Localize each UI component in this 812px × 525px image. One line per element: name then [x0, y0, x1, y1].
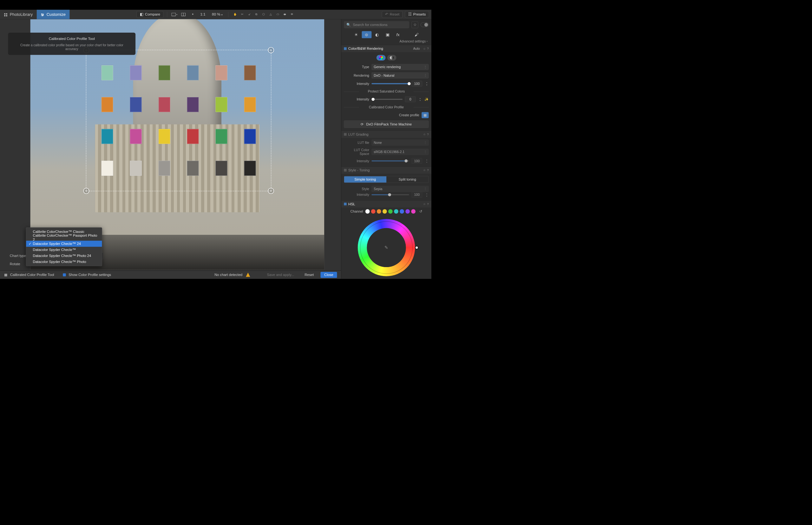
pill-color[interactable]: [377, 55, 386, 61]
split-toning-button[interactable]: Split toning: [386, 176, 429, 182]
section-toggle[interactable]: [344, 169, 347, 172]
style-dropdown[interactable]: Sepia: [372, 186, 429, 192]
tab-photolibrary[interactable]: PhotoLibrary: [0, 10, 37, 19]
rendering-dropdown[interactable]: DxO - Natural: [372, 72, 429, 78]
color-patch: [130, 161, 142, 176]
tab-detail-icon[interactable]: ◐: [372, 31, 382, 38]
tab-local-icon[interactable]: 🖌: [412, 31, 422, 38]
view-single-icon[interactable]: ▾: [171, 11, 178, 18]
show-settings-checkbox[interactable]: [63, 273, 66, 276]
wand-icon[interactable]: ✨: [424, 97, 429, 101]
presets-icon: ☷: [408, 12, 412, 17]
style-intensity-value[interactable]: 100: [411, 192, 422, 198]
channel-dot[interactable]: [365, 209, 370, 213]
chart-type-label: Chart type: [10, 254, 26, 258]
channel-dot[interactable]: [382, 209, 387, 213]
channel-dot[interactable]: [394, 209, 398, 213]
subhead-protect: Protect Saturated Colors: [344, 89, 429, 94]
star-icon[interactable]: ☆: [423, 168, 426, 172]
menu-item-selected[interactable]: Datacolor Spyder Checkr™ 24: [26, 241, 102, 247]
favorite-button[interactable]: ☆: [411, 21, 418, 28]
compare-button[interactable]: ◧ Compare: [136, 11, 163, 18]
retouch-tool-icon[interactable]: ⬬: [282, 11, 288, 17]
pill-bw[interactable]: [387, 55, 396, 61]
close-tool-button[interactable]: Close: [321, 272, 337, 278]
menu-item[interactable]: Calibrite ColorChecker™ Passport Photo 2: [26, 235, 102, 241]
reset-icon[interactable]: ↺: [419, 209, 422, 213]
section-toggle[interactable]: [344, 47, 347, 50]
channel-dot[interactable]: [411, 209, 416, 213]
save-apply-button[interactable]: Save and apply...: [263, 272, 298, 278]
preview-tool-icon[interactable]: 👁: [289, 11, 295, 17]
horizon-tool-icon[interactable]: ⧉: [253, 11, 259, 17]
keystone-tool-icon[interactable]: △: [267, 11, 273, 17]
grid-icon: [4, 13, 8, 16]
hand-tool-icon[interactable]: ✋: [232, 11, 238, 17]
zoom-ratio[interactable]: 1:1: [198, 12, 207, 17]
eyedropper-icon[interactable]: ✎: [385, 245, 388, 250]
protect-intensity-slider[interactable]: [372, 99, 403, 100]
reset-tool-button[interactable]: Reset: [301, 272, 318, 278]
protect-intensity-value[interactable]: 0: [405, 96, 416, 102]
section-toggle[interactable]: [344, 133, 347, 136]
hue-marker[interactable]: [415, 246, 418, 249]
star-icon[interactable]: ☆: [423, 202, 426, 206]
image-viewer[interactable]: Calibrated Color Profile Tool Create a c…: [0, 19, 341, 279]
lut-stepper[interactable]: ▴▾: [425, 159, 429, 163]
color-patch: [244, 65, 256, 80]
reset-button[interactable]: ↶ Reset: [382, 11, 403, 18]
menu-item[interactable]: Datacolor Spyder Checkr™ Photo: [26, 259, 102, 265]
protect-stepper[interactable]: ▴▾: [418, 97, 422, 102]
channel-dot[interactable]: [400, 209, 404, 213]
tab-color-icon[interactable]: ⊚: [362, 31, 372, 38]
color-patch: [216, 161, 228, 176]
fit-icon[interactable]: ✦: [189, 11, 196, 18]
style-intensity-slider[interactable]: [372, 194, 409, 195]
help-icon[interactable]: ?: [427, 168, 429, 172]
color-patch: [102, 97, 113, 112]
repair-tool-icon[interactable]: ⬭: [275, 11, 281, 17]
advanced-settings-link[interactable]: Advanced settings: [399, 40, 425, 43]
panel-toggle[interactable]: [421, 22, 429, 27]
lut-file-dropdown[interactable]: None: [372, 139, 429, 146]
auto-label[interactable]: Auto: [413, 47, 420, 51]
color-patch: [159, 97, 170, 112]
whitebalance-tool-icon[interactable]: ↙: [246, 11, 252, 17]
view-split-icon[interactable]: [180, 11, 187, 18]
lut-intensity-slider[interactable]: [372, 160, 409, 161]
zoom-percent[interactable]: 80 % ▾: [210, 12, 224, 17]
style-stepper[interactable]: ▴▾: [425, 192, 429, 197]
menu-item[interactable]: Datacolor Spyder Checkr™ Photo 24: [26, 253, 102, 259]
perspective-tool-icon[interactable]: ⬡: [260, 11, 266, 17]
search-corrections-input[interactable]: 🔍 Search for corrections: [344, 21, 409, 28]
help-icon[interactable]: ?: [427, 47, 429, 50]
help-icon[interactable]: ?: [427, 132, 429, 136]
tab-customize[interactable]: Customize: [37, 10, 70, 19]
channel-dot[interactable]: [388, 209, 393, 213]
star-icon[interactable]: ☆: [423, 47, 426, 50]
tab-light-icon[interactable]: ☀: [351, 31, 361, 38]
channel-dot[interactable]: [405, 209, 410, 213]
star-icon[interactable]: ☆: [423, 132, 426, 136]
lut-colorspace-dropdown[interactable]: sRGB IEC61966-2.1: [372, 149, 429, 155]
type-dropdown[interactable]: Generic rendering: [372, 64, 429, 70]
crop-tool-icon[interactable]: ✂: [239, 11, 245, 17]
filmpack-button[interactable]: ⟳DxO FilmPack Time Machine: [344, 120, 429, 128]
section-toggle[interactable]: [344, 203, 347, 206]
help-icon[interactable]: ?: [427, 202, 429, 206]
intensity-stepper[interactable]: ▴▾: [425, 81, 429, 86]
color-chart-overlay[interactable]: [86, 50, 271, 191]
hsl-color-wheel[interactable]: ✎: [358, 219, 415, 276]
simple-toning-button[interactable]: Simple toning: [344, 176, 386, 182]
intensity-value[interactable]: 100: [411, 81, 422, 87]
tab-geometry-icon[interactable]: ▣: [382, 31, 392, 38]
channel-dot[interactable]: [377, 209, 381, 213]
lut-intensity-value[interactable]: 100: [411, 158, 422, 164]
create-profile-button[interactable]: ▦: [422, 112, 429, 118]
tab-fx-icon[interactable]: fx: [393, 31, 403, 38]
presets-button[interactable]: ☷ Presets: [405, 11, 429, 18]
menu-item[interactable]: Datacolor Spyder Checkr™: [26, 247, 102, 253]
channel-dot[interactable]: [371, 209, 376, 213]
color-patch: [102, 65, 113, 80]
intensity-slider[interactable]: [372, 83, 409, 84]
